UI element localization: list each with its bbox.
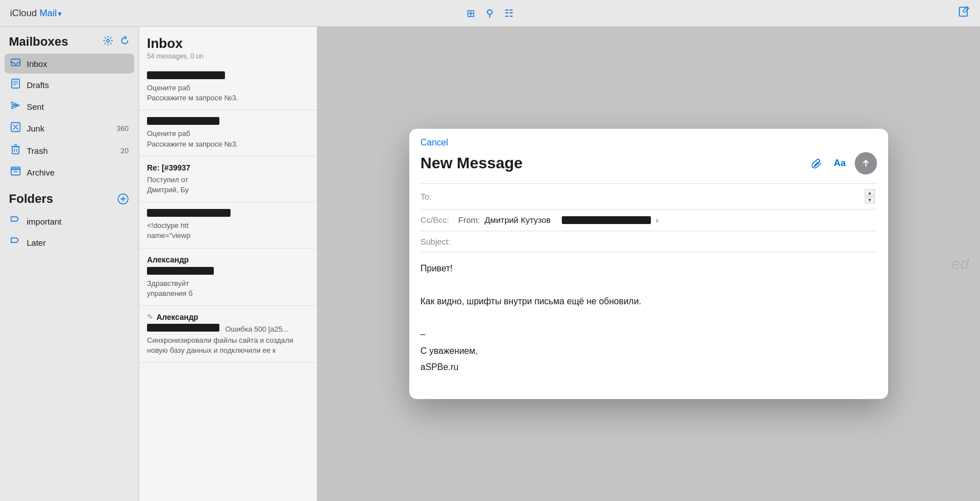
- email-item[interactable]: Оцените рабРасскажите м запросе №3.: [139, 110, 317, 156]
- sidebar-item-archive[interactable]: Archive: [4, 162, 134, 183]
- email-sender: [147, 117, 309, 127]
- attach-button[interactable]: [808, 155, 825, 172]
- refresh-icon[interactable]: [120, 36, 130, 48]
- inbox-subtitle: 54 messages, 0 un: [147, 52, 309, 60]
- body-line-3: Как видно, шрифты внутри письма ещё не о…: [420, 294, 877, 309]
- sidebar-actions: [103, 36, 130, 48]
- junk-icon: [10, 122, 21, 134]
- compose-overlay: Cancel New Message Aa: [317, 27, 980, 501]
- email-sender: [147, 71, 309, 81]
- body-line-2: [420, 278, 877, 293]
- svg-rect-5: [12, 147, 19, 154]
- drafts-icon: [10, 79, 21, 91]
- email-item[interactable]: ✎ Александр Ошибка 500 [а25... Синхрониз…: [139, 306, 317, 363]
- email-preview: Здравствуйтуправления б: [147, 279, 309, 299]
- sidebar-item-sent[interactable]: Sent: [4, 96, 134, 117]
- svg-point-1: [107, 39, 110, 42]
- body-line-1: Привет!: [420, 261, 877, 276]
- sidebar-item-junk[interactable]: Junk 360: [4, 117, 134, 139]
- compose-body: Привет! Как видно, шрифты внутри письма …: [420, 252, 877, 388]
- filter-icon[interactable]: ☷: [504, 7, 513, 20]
- sidebar-item-trash[interactable]: Trash 20: [4, 139, 134, 162]
- subject-label: Subject:: [420, 237, 458, 246]
- archive-label: Archive: [27, 168, 129, 177]
- new-compose-icon[interactable]: [958, 6, 970, 21]
- redacted-subsender: [147, 324, 219, 332]
- format-text-icon: Aa: [834, 158, 846, 169]
- main-layout: Mailboxes: [0, 27, 980, 501]
- email-meta: ✎ Александр: [147, 313, 309, 322]
- app-logo-area: iCloud Mail▾: [10, 8, 62, 19]
- email-arrow: ›: [655, 215, 658, 225]
- scroll-down-btn[interactable]: ▼: [865, 197, 875, 203]
- email-list-panel: Inbox 54 messages, 0 un Оцените рабРасск…: [139, 27, 317, 501]
- sidebar-item-drafts[interactable]: Drafts: [4, 74, 134, 96]
- email-subject: Ошибка 500 [а25...: [225, 325, 288, 333]
- email-item[interactable]: Оцените рабРасскажите м запросе №3.: [139, 65, 317, 110]
- cancel-button[interactable]: Cancel: [420, 138, 448, 148]
- layout-icon[interactable]: ⊞: [467, 7, 475, 20]
- svg-rect-7: [11, 167, 20, 169]
- sidebar-item-important[interactable]: important: [4, 211, 134, 232]
- trash-label: Trash: [27, 146, 115, 155]
- important-label: important: [27, 217, 129, 226]
- redacted-subsender: [147, 267, 214, 275]
- add-folder-button[interactable]: [116, 192, 130, 206]
- search-icon[interactable]: ⚲: [486, 7, 493, 20]
- compose-modal-body: Привет! Как видно, шрифты внутри письма …: [409, 252, 888, 399]
- sidebar-item-inbox[interactable]: Inbox: [4, 53, 134, 74]
- email-preview: <!doctype httname="viewp: [147, 221, 309, 241]
- inbox-icon: [10, 59, 21, 69]
- folders-title: Folders: [9, 192, 53, 206]
- trash-icon: [10, 144, 21, 157]
- settings-icon[interactable]: [103, 36, 113, 48]
- from-name: Дмитрий Кутузов: [484, 215, 551, 225]
- sidebar: Mailboxes: [0, 27, 139, 501]
- archive-icon: [10, 167, 21, 178]
- sent-label: Sent: [27, 102, 129, 111]
- email-item[interactable]: <!doctype httname="viewp: [139, 202, 317, 248]
- compose-modal: Cancel New Message Aa: [409, 129, 888, 399]
- junk-badge: 360: [116, 124, 129, 133]
- app-name-main: Mail: [40, 8, 57, 18]
- folders-section-header: Folders: [0, 183, 139, 211]
- body-line-7: aSPBe.ru: [420, 360, 877, 374]
- sidebar-item-later[interactable]: Later: [4, 232, 134, 253]
- email-preview: Синхронизировали файлы сайта и создалино…: [147, 335, 309, 356]
- email-sender-text: Александр: [156, 313, 198, 322]
- later-label: Later: [27, 238, 129, 247]
- drafts-label: Drafts: [27, 80, 129, 90]
- from-email-redacted: [562, 216, 651, 224]
- to-field: To: ▲ ▼: [420, 183, 877, 209]
- redacted-sender: [147, 117, 219, 125]
- send-button[interactable]: [855, 152, 877, 174]
- email-list-header: Inbox 54 messages, 0 un: [139, 27, 317, 65]
- subject-field: Subject:: [420, 231, 877, 252]
- redacted-sender: [147, 71, 225, 79]
- email-preview: Оцените рабРасскажите м запросе №3.: [147, 83, 309, 103]
- email-preview: Оцените рабРасскажите м запросе №3.: [147, 129, 309, 149]
- draft-pencil-icon: ✎: [147, 313, 153, 321]
- important-folder-icon: [10, 216, 21, 227]
- app-name-chevron-icon[interactable]: ▾: [58, 9, 62, 18]
- sidebar-header: Mailboxes: [0, 27, 139, 53]
- email-sender: Александр: [147, 255, 309, 265]
- later-folder-icon: [10, 237, 21, 248]
- email-item[interactable]: Александр Здравствуйтуправления б: [139, 249, 317, 306]
- subject-input[interactable]: [458, 237, 877, 246]
- cc-field: Cc/Bcc: From: Дмитрий Кутузов ›: [420, 209, 877, 231]
- inbox-list-title: Inbox: [147, 36, 309, 51]
- email-item[interactable]: Re: [#39937 Поступил отДмитрий, Бу: [139, 157, 317, 202]
- sidebar-title: Mailboxes: [9, 35, 68, 49]
- app-name: iCloud Mail▾: [10, 8, 62, 19]
- inbox-label: Inbox: [27, 59, 129, 69]
- email-sender: [147, 209, 309, 219]
- format-button[interactable]: Aa: [831, 155, 848, 171]
- to-input[interactable]: [458, 192, 860, 201]
- body-line-6: С уважением,: [420, 344, 877, 358]
- content-panel: ed Cancel New Message: [317, 27, 980, 501]
- scroll-buttons: ▲ ▼: [865, 189, 875, 203]
- redacted-sender: [147, 209, 231, 217]
- body-line-5: –: [420, 327, 877, 342]
- scroll-up-btn[interactable]: ▲: [865, 189, 875, 196]
